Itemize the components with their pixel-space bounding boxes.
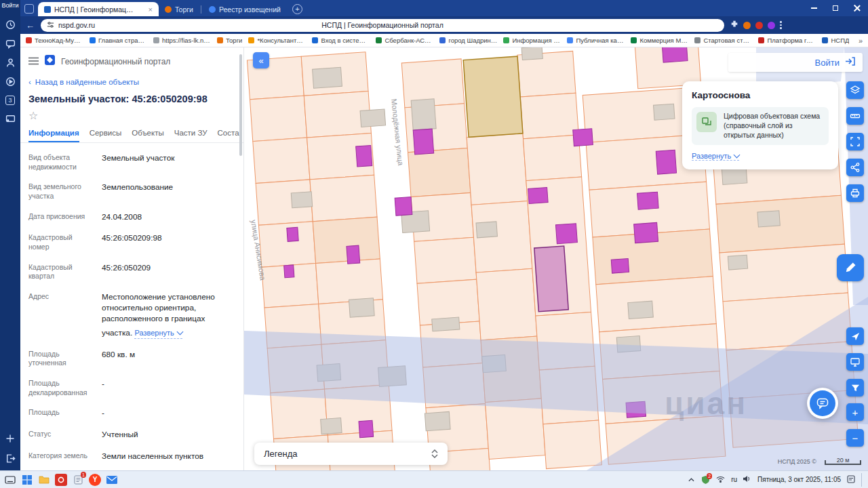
bookmark[interactable]: https://fias-lk.nal… [153,37,211,44]
basemap-expand-link[interactable]: Развернуть [692,152,739,161]
new-tab-button[interactable]: + [292,4,302,14]
tab-separator [201,5,201,14]
collapse-panel-button[interactable]: « [253,52,269,68]
zoom-out-button[interactable]: − [846,429,864,447]
panel-scrollbar[interactable] [239,54,242,156]
bookmark[interactable]: Торги [217,37,242,44]
tab-services[interactable]: Сервисы [90,125,122,142]
app-rail: Войти 3 [0,0,20,470]
chat-bubble-icon [810,390,835,416]
bookmark[interactable]: Коммерция МО… [631,37,688,44]
locate-button[interactable] [846,327,864,345]
close-button[interactable] [846,0,868,16]
object-info-panel: Геоинформационный портал ‹ Назад в найде… [20,47,244,470]
measure-button[interactable] [846,107,864,125]
bookmark[interactable]: Информация о р… [503,37,561,44]
tab-parts[interactable]: Части ЗУ [174,125,208,142]
omnibox[interactable]: nspd.gov.ru НСПД | Геоинформационный пор… [41,19,724,32]
tab-composition[interactable]: Соста [218,125,239,142]
extensions-puzzle-icon[interactable] [730,19,738,31]
play-icon[interactable] [5,77,16,87]
mail-icon[interactable] [106,474,118,486]
language-indicator[interactable]: ru [731,476,737,483]
profile-icon[interactable] [5,58,16,68]
tab-information[interactable]: Информация [28,125,79,142]
history-icon[interactable] [5,20,16,30]
print-button[interactable] [846,184,864,202]
map-area: Молодёжная улица улица Анисимова циан « … [244,47,868,470]
taskbar-clock[interactable]: Пятница, 3 окт 2025, 11:05 [757,476,841,483]
speaker-icon[interactable] [743,475,751,484]
bookmark[interactable]: город Шадринск… [439,37,497,44]
close-tab-icon[interactable]: × [149,5,153,14]
tab-torgi[interactable]: Торги [159,2,199,16]
profile-avatar[interactable] [768,22,775,29]
bookmark[interactable]: Публичная кадас… [567,37,625,44]
highlighted-parcel[interactable] [463,56,523,137]
bookmark[interactable]: Платформа госу… [758,37,816,44]
tray-shield-icon[interactable]: 2 [701,475,710,485]
tab-objects[interactable]: Объекты [132,125,163,142]
legend-toggle[interactable]: Легенда [254,443,448,465]
cast-icon[interactable] [5,114,16,124]
chat-icon[interactable] [5,39,16,49]
draw-object-button[interactable] [837,254,864,281]
extension-icon[interactable] [755,22,763,29]
bookmark[interactable]: *КонсультантПл… [248,37,306,44]
bookmark[interactable]: Сбербанк-АСТ - з… [376,37,433,44]
hamburger-icon[interactable] [28,56,39,68]
tab-grid-icon[interactable] [24,4,34,14]
wifi-icon[interactable] [716,476,725,484]
field-row: Кадастровый квартал45:26:050209 [28,258,235,287]
address-expand-link[interactable]: Развернуть [134,328,182,339]
keyboard-icon[interactable] [4,474,16,486]
back-arrow-icon[interactable]: ← [26,21,35,30]
tab-reestr[interactable]: Реестр извещений [203,2,287,16]
extent-button[interactable] [846,133,864,150]
browser-menu-icon[interactable] [780,21,782,29]
notification-icon[interactable] [847,475,855,485]
selected-parcel[interactable] [534,246,568,312]
url-text: nspd.gov.ru [58,21,95,29]
layers-button[interactable] [846,81,864,99]
rail-login-label[interactable]: Войти [1,3,18,9]
bookmark[interactable]: НСПД [822,37,849,44]
bookmark[interactable]: ТехноКад-Муниц… [26,37,83,44]
basemap-card: Картооснова Цифровая объектовая схема (с… [682,81,838,169]
add-icon[interactable] [5,434,15,443]
yandex-browser-icon[interactable]: Y [89,474,101,486]
field-row-address: Адрес Местоположение установлено относит… [28,287,235,344]
browser-red-icon[interactable] [55,474,67,486]
extension-icon[interactable] [743,22,751,29]
bookmarks-overflow-icon[interactable]: » [859,37,863,45]
support-chat-button[interactable] [807,388,838,419]
bookmark[interactable]: Стартовая стран… [694,37,752,44]
field-row: Площадь уточненная680 кв. м [28,344,235,373]
screen-button[interactable] [846,353,864,371]
document-app-icon[interactable]: 1 [72,474,84,486]
bookmark[interactable]: Главная страниц… [90,37,147,44]
back-link[interactable]: ‹ Назад в найденные объекты [20,72,243,87]
portal-logo-icon [45,55,55,68]
browser-tabstrip: НСПД | Геоинформац… × Торги Реестр извещ… [20,0,868,16]
minimize-button[interactable] [803,0,825,16]
share-button[interactable] [846,159,864,176]
file-explorer-icon[interactable] [38,474,50,486]
filter-button[interactable] [846,379,864,396]
show-desktop-button[interactable] [861,473,864,487]
map-login-button[interactable]: Войти [728,53,863,72]
screen: Войти 3 НСПД | Геоинформац… × Торги [0,0,868,488]
zoom-in-button[interactable]: + [846,403,864,421]
field-row: Дата присвоения24.04.2008 [28,207,235,228]
exit-icon[interactable] [5,453,16,464]
bookmark[interactable]: Вход в систему Э… [312,37,370,44]
tab-nspd[interactable]: НСПД | Геоинформац… × [38,2,159,16]
notifications-badge[interactable]: 3 [5,96,15,105]
basemap-title: Картооснова [692,90,829,100]
fields-list: Вид объекта недвижимостиЗемельный участо… [20,143,243,470]
maximize-button[interactable] [825,0,846,16]
basemap-layer-row[interactable]: Цифровая объектовая схема (справочный сл… [692,107,829,145]
start-button[interactable] [21,474,33,486]
tray-expand-icon[interactable] [688,476,694,483]
favorite-star-icon[interactable]: ☆ [20,106,243,125]
